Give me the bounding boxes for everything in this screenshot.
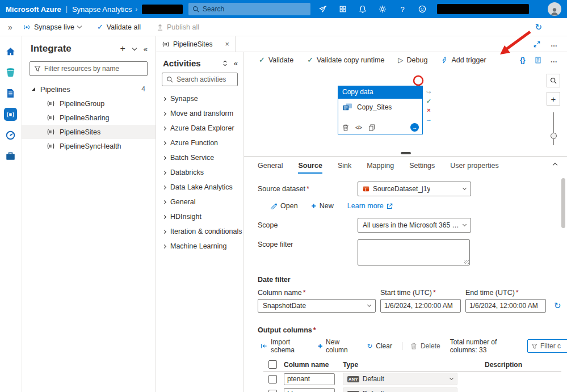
validate-copy-runtime-button[interactable]: ✓ Validate copy runtime	[307, 56, 384, 64]
more-actions-chevron-icon[interactable]	[132, 45, 137, 50]
close-tab-icon[interactable]: ×	[225, 40, 229, 48]
import-schema-button[interactable]: Import schema	[258, 338, 310, 354]
scope-filter-textarea[interactable]	[358, 239, 470, 265]
feedback-send-icon[interactable]	[318, 5, 327, 14]
nav-integrate[interactable]	[0, 104, 22, 125]
category-databricks[interactable]: Databricks	[156, 165, 243, 180]
tab-user-properties[interactable]: User properties	[450, 162, 498, 174]
skipped-port-icon[interactable]: ↪	[426, 89, 431, 96]
end-time-input[interactable]	[465, 299, 546, 313]
validate-all-button[interactable]: ✓ Validate all	[97, 23, 141, 31]
pipeline-item-pipelinesites[interactable]: PipelineSites	[22, 125, 156, 139]
new-dataset-button[interactable]: + New	[312, 202, 334, 210]
resource-filter-input[interactable]	[44, 65, 143, 73]
category-move-and-transform[interactable]: Move and transform	[156, 106, 243, 121]
category-general[interactable]: General	[156, 195, 243, 209]
publish-all-button[interactable]: Publish all	[157, 23, 199, 31]
row-checkbox[interactable]	[268, 375, 277, 383]
pipeline-item-pipelinegroup[interactable]: PipelineGroup	[22, 96, 156, 111]
azure-brand-link[interactable]: Microsoft Azure	[6, 5, 61, 14]
resize-grip-icon[interactable]	[464, 260, 469, 264]
collapse-panel-icon[interactable]: «	[144, 45, 148, 53]
nav-develop[interactable]	[0, 83, 22, 104]
filter-columns-input[interactable]	[540, 342, 567, 350]
delete-activity-icon[interactable]	[342, 124, 349, 131]
activities-search-box[interactable]	[162, 73, 238, 86]
debug-button[interactable]: ▷ Debug	[398, 56, 427, 64]
row-checkbox[interactable]	[268, 390, 277, 392]
category-machine-learning[interactable]: Machine Learning	[156, 239, 243, 254]
tab-settings[interactable]: Settings	[409, 162, 435, 174]
view-code-icon[interactable]: </>	[355, 125, 362, 130]
nav-home[interactable]	[0, 41, 22, 62]
category-hdinsight[interactable]: HDInsight	[156, 209, 243, 224]
source-dataset-select[interactable]: SourceDataset_j1y	[358, 182, 471, 196]
column-name-input[interactable]	[284, 388, 335, 392]
category-data-lake-analytics[interactable]: Data Lake Analytics	[156, 180, 243, 195]
pipelines-section-row[interactable]: Pipelines 4	[22, 82, 156, 96]
pipeline-canvas[interactable]: Copy data Copy_Sites </>	[244, 68, 567, 156]
zoom-slider-handle[interactable]	[551, 133, 557, 139]
add-resource-icon[interactable]: +	[120, 44, 125, 53]
refresh-icon[interactable]: ↻	[535, 22, 542, 32]
delete-column-button[interactable]: Delete	[402, 342, 443, 350]
success-port-icon[interactable]: ✓	[426, 98, 431, 105]
new-column-button[interactable]: + New column	[315, 338, 359, 354]
feedback-smiley-icon[interactable]	[418, 5, 427, 14]
category-synapse[interactable]: Synapse	[156, 91, 243, 106]
tab-pipelinesites[interactable]: PipelineSites ×	[156, 36, 236, 52]
category-azure-data-explorer[interactable]: Azure Data Explorer	[156, 121, 243, 136]
clone-activity-icon[interactable]	[368, 124, 375, 131]
properties-pane-icon[interactable]	[535, 57, 541, 64]
validate-button[interactable]: ✓ Validate	[259, 56, 293, 64]
tab-mapping[interactable]: Mapping	[367, 162, 394, 174]
filter-columns-box[interactable]	[527, 339, 567, 353]
nav-manage[interactable]	[0, 146, 22, 167]
sort-updown-icon[interactable]	[222, 60, 228, 66]
tab-source[interactable]: Source	[298, 162, 322, 174]
refresh-dates-icon[interactable]: ↻	[554, 301, 561, 311]
column-name-input[interactable]	[284, 373, 335, 385]
add-next-activity-icon[interactable]: →	[410, 123, 419, 132]
expand-canvas-icon[interactable]	[534, 41, 540, 48]
nav-data[interactable]	[0, 62, 22, 83]
global-search-input[interactable]	[203, 5, 306, 13]
tab-general[interactable]: General	[258, 162, 283, 174]
column-type-select[interactable]: ANY Default	[343, 373, 457, 385]
column-type-select[interactable]: ANY Default	[343, 387, 457, 392]
more-canvas-actions-icon[interactable]: …	[551, 56, 558, 64]
pipeline-item-pipelinesharing[interactable]: PipelineSharing	[22, 111, 156, 125]
more-tab-actions-icon[interactable]: …	[551, 40, 558, 48]
pipeline-item-pipelinesynchealth[interactable]: PipelineSyncHealth	[22, 139, 156, 153]
code-view-icon[interactable]: {}	[520, 56, 525, 64]
zoom-slider[interactable]	[553, 112, 554, 145]
global-search[interactable]	[188, 3, 310, 15]
tab-sink[interactable]: Sink	[338, 162, 351, 174]
user-avatar[interactable]	[548, 2, 561, 16]
collapse-activities-icon[interactable]: «	[234, 59, 238, 68]
start-time-input[interactable]	[380, 299, 461, 313]
notifications-bell-icon[interactable]	[358, 5, 367, 14]
completion-port-icon[interactable]: →	[426, 116, 432, 123]
category-azure-function[interactable]: Azure Function	[156, 136, 243, 150]
settings-gear-icon[interactable]	[378, 5, 387, 14]
apps-grid-icon[interactable]	[338, 5, 347, 14]
zoom-to-fit-button[interactable]	[547, 74, 560, 87]
learn-more-link[interactable]: Learn more	[347, 202, 393, 210]
add-trigger-button[interactable]: Add trigger	[441, 56, 486, 64]
properties-scrollbar-thumb[interactable]	[561, 178, 565, 228]
expand-rail-icon[interactable]: »	[8, 23, 23, 32]
resource-filter-box[interactable]	[30, 61, 148, 76]
activities-search-input[interactable]	[177, 75, 233, 83]
scope-select[interactable]: All users in the Microsoft 365 tenant	[358, 218, 471, 233]
failure-port-icon[interactable]: ×	[427, 107, 430, 114]
help-icon[interactable]: ?	[398, 5, 407, 14]
zoom-in-button[interactable]: +	[547, 92, 560, 106]
branch-mode-selector[interactable]: Synapse live	[23, 23, 81, 31]
open-dataset-button[interactable]: Open	[270, 202, 298, 210]
collapse-properties-icon[interactable]	[553, 161, 557, 174]
category-iteration-conditionals[interactable]: Iteration & conditionals	[156, 224, 243, 239]
column-name-select[interactable]: SnapshotDate	[258, 299, 376, 313]
select-all-checkbox[interactable]	[268, 360, 277, 369]
category-batch-service[interactable]: Batch Service	[156, 150, 243, 165]
